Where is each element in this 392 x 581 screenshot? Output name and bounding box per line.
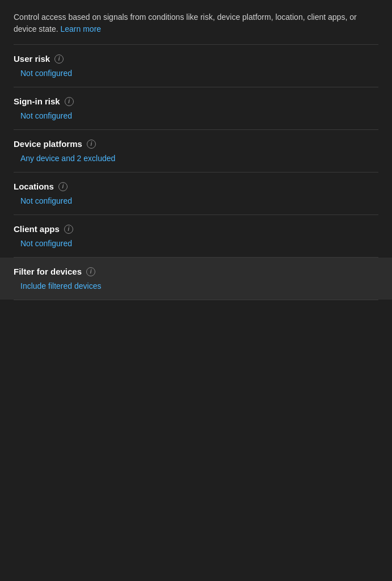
locations-info-icon[interactable]: i	[58, 182, 68, 191]
client-apps-header: Client apps i	[14, 224, 378, 234]
client-apps-section: Client apps i Not configured	[14, 215, 378, 257]
sign-in-risk-value[interactable]: Not configured	[14, 111, 72, 120]
filter-for-devices-title: Filter for devices	[14, 267, 82, 276]
filter-for-devices-section: Filter for devices i Include filtered de…	[0, 258, 392, 300]
filter-for-devices-value[interactable]: Include filtered devices	[14, 281, 101, 290]
user-risk-value[interactable]: Not configured	[14, 69, 72, 78]
locations-section: Locations i Not configured	[14, 172, 378, 214]
sign-in-risk-section: Sign-in risk i Not configured	[14, 87, 378, 129]
user-risk-title: User risk	[14, 54, 50, 64]
locations-header: Locations i	[14, 182, 378, 191]
client-apps-info-icon[interactable]: i	[64, 225, 73, 234]
locations-title: Locations	[14, 182, 54, 191]
device-platforms-section: Device platforms i Any device and 2 excl…	[14, 130, 378, 172]
divider-6	[14, 300, 378, 300]
client-apps-title: Client apps	[14, 224, 60, 234]
learn-more-link[interactable]: Learn more	[61, 24, 102, 33]
main-container: Control access based on signals from con…	[0, 0, 392, 300]
user-risk-header: User risk i	[14, 54, 378, 64]
sign-in-risk-title: Sign-in risk	[14, 96, 60, 106]
device-platforms-info-icon[interactable]: i	[87, 140, 96, 149]
filter-for-devices-info-icon[interactable]: i	[86, 267, 95, 276]
locations-value[interactable]: Not configured	[14, 196, 72, 205]
device-platforms-value[interactable]: Any device and 2 excluded	[14, 154, 115, 163]
intro-description: Control access based on signals from con…	[14, 11, 378, 35]
user-risk-info-icon[interactable]: i	[54, 54, 64, 64]
device-platforms-title: Device platforms	[14, 139, 82, 149]
filter-for-devices-header: Filter for devices i	[14, 267, 378, 276]
user-risk-section: User risk i Not configured	[14, 45, 378, 87]
sign-in-risk-info-icon[interactable]: i	[65, 97, 74, 106]
client-apps-value[interactable]: Not configured	[14, 239, 72, 248]
sign-in-risk-header: Sign-in risk i	[14, 96, 378, 106]
device-platforms-header: Device platforms i	[14, 139, 378, 149]
